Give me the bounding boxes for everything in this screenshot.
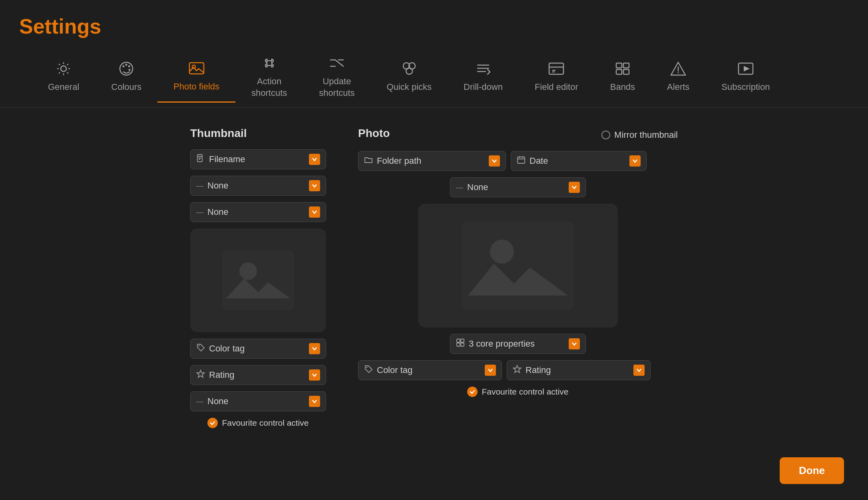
photo-core-label: 3 core properties — [469, 339, 535, 349]
thumbnail-none2-dropdown[interactable]: — None — [190, 202, 326, 222]
svg-rect-13 — [623, 63, 629, 68]
thumbnail-rating-dropdown[interactable]: Rating — [190, 365, 326, 385]
svg-rect-20 — [222, 250, 294, 310]
thumbnail-favourite-check — [207, 418, 218, 428]
thumbnail-none2-label: None — [207, 207, 229, 217]
svg-point-5 — [129, 69, 131, 71]
dash1-icon: — — [196, 182, 203, 190]
settings-container: Settings General Colours — [0, 0, 868, 500]
svg-rect-29 — [457, 343, 460, 346]
photo-folderpath-chevron[interactable] — [489, 155, 500, 167]
thumbnail-section: Thumbnail Filename — None — [190, 127, 326, 481]
photo-placeholder-svg — [462, 222, 574, 310]
photo-colortag-label: Color tag — [377, 365, 412, 375]
nav-label-action-shortcuts: Action shortcuts — [251, 76, 287, 99]
svg-rect-12 — [616, 63, 622, 68]
svg-point-0 — [61, 66, 66, 71]
nav-label-colours: Colours — [111, 81, 141, 93]
svg-rect-11 — [549, 63, 563, 74]
svg-point-21 — [239, 262, 257, 280]
nav-label-subscription: Subscription — [721, 81, 770, 93]
nav-label-alerts: Alerts — [667, 81, 689, 93]
nav-label-drill-down: Drill-down — [464, 81, 503, 93]
photo-folderpath-dropdown[interactable]: Folder path — [358, 151, 506, 171]
nav-item-drill-down[interactable]: Drill-down — [448, 60, 519, 102]
file-icon — [196, 154, 205, 165]
thumbnail-none1-chevron[interactable] — [309, 180, 320, 191]
thumbnail-filename-chevron[interactable] — [309, 154, 320, 165]
thumbnail-colortag-label: Color tag — [209, 343, 245, 354]
thumbnail-image-placeholder — [190, 228, 326, 332]
svg-rect-28 — [461, 339, 464, 342]
nav-item-update-shortcuts[interactable]: Update shortcuts — [303, 54, 370, 107]
thumbnail-none1-dropdown[interactable]: — None — [190, 176, 326, 196]
nav-item-bands[interactable]: Bands — [594, 60, 651, 102]
thumbnail-none3-dropdown[interactable]: — None — [190, 391, 326, 411]
thumbnail-colortag-dropdown[interactable]: Color tag — [190, 339, 326, 359]
svg-point-26 — [490, 240, 514, 264]
warning-icon — [669, 60, 687, 77]
thumbnail-filename-dropdown[interactable]: Filename — [190, 149, 326, 169]
photo-favourite-check — [467, 387, 478, 397]
nav-label-update-shortcuts: Update shortcuts — [319, 76, 354, 99]
circles-icon — [400, 60, 418, 77]
photo-colortag-dropdown[interactable]: Color tag — [358, 360, 502, 380]
nav-item-colours[interactable]: Colours — [95, 60, 157, 102]
svg-point-22 — [199, 345, 200, 347]
palette-icon — [117, 60, 135, 77]
option-icon — [328, 54, 346, 72]
svg-rect-15 — [623, 69, 629, 74]
nav-item-alerts[interactable]: Alerts — [651, 60, 705, 102]
grid-icon — [456, 338, 465, 349]
photo-none-chevron[interactable] — [569, 182, 580, 193]
photo-date-chevron[interactable] — [629, 155, 641, 167]
nav-item-field-editor[interactable]: Field editor — [519, 60, 594, 102]
thumbnail-rating-label: Rating — [209, 370, 235, 380]
photo-rating-dropdown[interactable]: Rating — [507, 360, 651, 380]
layers-icon — [614, 60, 631, 77]
photo-date-dropdown[interactable]: Date — [511, 151, 647, 171]
nav-item-quick-picks[interactable]: Quick picks — [371, 60, 448, 102]
main-content: Thumbnail Filename — None — [0, 108, 868, 500]
nav-item-photo-fields[interactable]: Photo fields — [157, 60, 235, 103]
mirror-radio[interactable] — [601, 131, 610, 139]
photo-favourite-label: Favourite control active — [482, 387, 568, 397]
photo-fields-top-row: Folder path Date — [358, 151, 678, 171]
photo-core-row: 3 core properties — [358, 334, 678, 354]
thumbnail-none3-label: None — [207, 396, 229, 407]
card-icon — [547, 60, 565, 77]
star2-icon — [513, 365, 522, 376]
photo-colortag-chevron[interactable] — [485, 365, 496, 376]
thumbnail-none3-chevron[interactable] — [309, 396, 320, 407]
svg-marker-32 — [514, 365, 521, 373]
play-icon — [737, 60, 755, 77]
nav-label-photo-fields: Photo fields — [173, 81, 219, 93]
photo-rating-chevron[interactable] — [633, 365, 645, 376]
photo-favourite-row: Favourite control active — [467, 387, 568, 397]
photo-core-dropdown[interactable]: 3 core properties — [450, 334, 586, 354]
nav-label-bands: Bands — [610, 81, 635, 93]
dash3-icon: — — [196, 397, 203, 406]
thumbnail-none1-label: None — [207, 181, 229, 191]
star-icon — [196, 369, 205, 381]
mirror-row: Mirror thumbnail — [601, 130, 678, 140]
nav-item-general[interactable]: General — [32, 60, 95, 102]
nav-item-action-shortcuts[interactable]: Action shortcuts — [235, 54, 303, 107]
svg-point-16 — [678, 72, 679, 73]
thumbnail-filename-label: Filename — [209, 154, 245, 165]
thumbnail-colortag-chevron[interactable] — [309, 343, 320, 354]
thumbnail-rating-chevron[interactable] — [309, 369, 320, 381]
photo-core-chevron[interactable] — [569, 338, 580, 349]
photo-none-label: None — [467, 182, 488, 192]
svg-marker-23 — [197, 370, 205, 377]
photo-top-row: Photo Mirror thumbnail — [358, 127, 678, 143]
done-button[interactable]: Done — [780, 457, 844, 484]
svg-rect-24 — [518, 157, 525, 163]
nav-item-subscription[interactable]: Subscription — [705, 60, 786, 102]
page-title: Settings — [19, 14, 849, 38]
photo-bottom-row: Color tag Rating — [358, 360, 678, 380]
photo-rating-label: Rating — [526, 365, 551, 375]
gear-icon — [55, 60, 72, 77]
thumbnail-none2-chevron[interactable] — [309, 206, 320, 218]
photo-none-dropdown[interactable]: — None — [450, 177, 586, 197]
